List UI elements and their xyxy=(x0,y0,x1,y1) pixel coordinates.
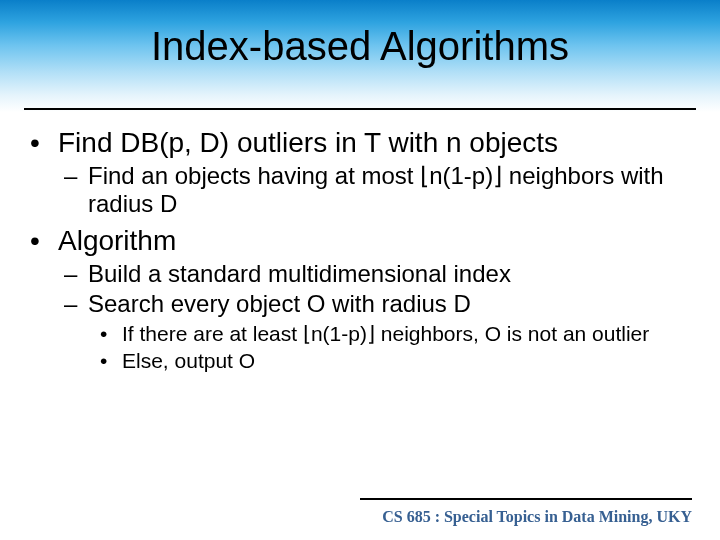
slide-body: • Find DB(p, D) outliers in T with n obj… xyxy=(30,126,690,380)
bullet-l1-text: Find DB(p, D) outliers in T with n objec… xyxy=(58,126,558,160)
slide-title: Index-based Algorithms xyxy=(0,24,720,69)
footer-rule xyxy=(360,498,692,500)
bullet-l1-text: Algorithm xyxy=(58,224,176,258)
bullet-dot-icon: • xyxy=(100,322,122,347)
bullet-l3-text: If there are at least ⌊n(1-p)⌋ neighbors… xyxy=(122,322,649,347)
bullet-dot-icon: • xyxy=(30,224,58,258)
bullet-dash-icon: – xyxy=(64,260,88,288)
footer-text: CS 685 : Special Topics in Data Mining, … xyxy=(382,508,692,526)
bullet-l2-text: Search every object O with radius D xyxy=(88,290,471,318)
title-underline xyxy=(24,108,696,110)
bullet-dash-icon: – xyxy=(64,162,88,190)
bullet-l2-text: Find an objects having at most ⌊n(1-p)⌋ … xyxy=(88,162,690,219)
bullet-l2-text: Build a standard multidimensional index xyxy=(88,260,511,288)
bullet-dash-icon: – xyxy=(64,290,88,318)
bullet-dot-icon: • xyxy=(30,126,58,160)
bullet-l3-text: Else, output O xyxy=(122,349,255,374)
bullet-dot-icon: • xyxy=(100,349,122,374)
